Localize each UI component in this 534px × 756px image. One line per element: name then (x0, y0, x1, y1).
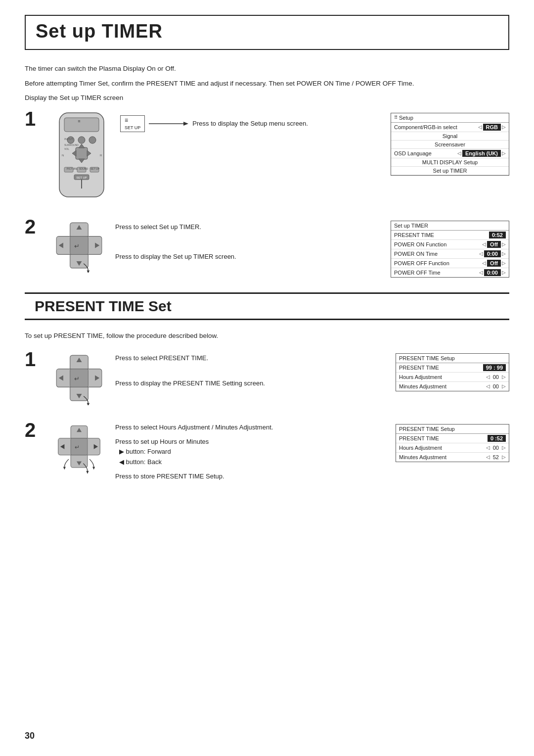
svg-marker-34 (87, 270, 90, 273)
posd2-minutes: Minutes Adjustment ◁ 52 ▷ (396, 453, 509, 462)
setup-icon-box: ≡ SET UP (120, 115, 145, 132)
present-step2-body: ↵ Press to select Hours Adjustment / Min… (52, 422, 509, 482)
page-number: 30 (25, 731, 35, 741)
present-step2-text4: ◀ button: Back (119, 457, 387, 468)
step-number-1: 1 (25, 108, 52, 130)
svg-marker-25 (183, 122, 188, 126)
present-step2-text5: Press to store PRESENT TIME Setup. (115, 472, 387, 482)
display-line: Display the Set up TIMER screen (25, 94, 509, 101)
timer-osd-box: Set up TIMER PRESENT TIME 0:52 POWER ON … (391, 221, 509, 278)
osd-row-multidisplay: MULTI DISPLAY Setup (391, 158, 509, 167)
dpad-svg-pt1: ↵ (52, 351, 106, 405)
svg-text:↵: ↵ (74, 242, 80, 249)
page-title-box: Set up TIMER (25, 15, 509, 50)
present-step1-text1: Press to select PRESENT TIME. (115, 353, 387, 364)
present-step-2: 2 ↵ Pres (25, 422, 509, 482)
remote-svg: SET UP ≡ INPUT SURROUND VOL N R PICTURE … (52, 110, 111, 202)
present-step1-text2: Press to display the PRESENT TIME Settin… (115, 378, 387, 389)
timer-osd-title: Set up TIMER (391, 221, 509, 231)
page-title: Set up TIMER (36, 21, 498, 42)
timer-step2-body: ↵ Press to select Set up TIMER. Press to… (52, 218, 509, 278)
setup-osd-title: ⠿ Setup (391, 113, 509, 123)
osd-row-screensaver: Screensaver (391, 141, 509, 149)
osd-row-component: Component/RGB-in select ◁ RGB ▷ (391, 123, 509, 132)
dpad-diagram-pt2: ↵ (52, 422, 106, 477)
svg-text:SET UP: SET UP (76, 176, 87, 179)
dpad-svg-2: ↵ (52, 218, 106, 273)
remote-control-diagram: SET UP ≡ INPUT SURROUND VOL N R PICTURE … (52, 110, 111, 203)
osd-timer-presenttime: PRESENT TIME 0:52 (391, 231, 509, 240)
timer-step-2: 2 ↵ Pres (25, 218, 509, 278)
svg-text:SOUND: SOUND (79, 167, 88, 170)
posd1-hours: Hours Adjustment ◁ 00 ▷ (396, 373, 509, 382)
svg-text:N: N (62, 154, 64, 157)
present-step-1: 1 ↵ Press to select PRESENT TIME. Press … (25, 351, 509, 407)
present-step2-mid: Press to select Hours Adjustment / Minut… (115, 422, 387, 482)
present-osd-2-box: PRESENT TIME Setup PRESENT TIME 0 :52 Ho… (396, 424, 509, 462)
intro-line2: Before attempting Timer Set, confirm the… (25, 79, 509, 89)
osd-row-setuptimer: Set up TIMER (391, 167, 509, 175)
set-up-icon: ≡ (125, 117, 128, 124)
arrow-line-svg (149, 119, 188, 129)
step-number-2: 2 (25, 216, 52, 238)
timer-step2-mid: Press to select Set up TIMER. Press to d… (115, 218, 382, 263)
present-time-intro: To set up PRESENT TIME, follow the proce… (25, 331, 509, 341)
svg-rect-1 (64, 118, 99, 132)
osd-timer-poweroff-func: POWER OFF Function ◁ Off ▷ (391, 259, 509, 268)
svg-point-4 (89, 137, 96, 143)
timer-step1-mid: ≡ SET UP Press to display the Setup menu… (120, 110, 382, 132)
present-step2-text2: Press to set up Hours or Minutes (115, 437, 387, 447)
svg-marker-52 (63, 467, 66, 470)
posd2-hours: Hours Adjustment ◁ 00 ▷ (396, 443, 509, 453)
osd-timer-poweron-time: POWER ON Time ◁ 0:00 ▷ (391, 249, 509, 259)
dpad-svg-pt2: ↵ (52, 422, 106, 476)
osd-row-signal: Signal (391, 132, 509, 141)
svg-text:PICTURE: PICTURE (67, 167, 78, 170)
present-time-section-heading: PRESENT TIME Set (25, 292, 509, 320)
present-step-num-1: 1 (25, 348, 52, 371)
dpad-diagram-pt1: ↵ (52, 351, 106, 407)
present-osd1-title: PRESENT TIME Setup (396, 354, 509, 363)
svg-text:SURROUND: SURROUND (64, 143, 79, 146)
setup-osd-box: ⠿ Setup Component/RGB-in select ◁ RGB ▷ … (391, 113, 509, 176)
svg-text:R: R (100, 154, 102, 157)
svg-marker-53 (92, 467, 95, 470)
svg-text:INPUT: INPUT (64, 138, 73, 141)
svg-marker-43 (87, 403, 90, 405)
posd1-presenttime: PRESENT TIME 99 : 99 (396, 363, 509, 373)
step2-press-select: Press to select Set up TIMER. (115, 222, 382, 233)
present-time-title: PRESENT TIME Set (35, 298, 499, 315)
set-up-label: SET UP (125, 125, 140, 130)
step2-press-display: Press to display the Set up TIMER screen… (115, 252, 382, 262)
present-step2-text3: ▶ button: Forward (119, 447, 387, 457)
timer-step-1: 1 (25, 110, 509, 203)
svg-text:≡: ≡ (78, 119, 80, 124)
svg-marker-54 (86, 471, 89, 474)
svg-text:↵: ↵ (74, 375, 80, 382)
present-osd-1-box: PRESENT TIME Setup PRESENT TIME 99 : 99 … (396, 353, 509, 391)
posd1-minutes: Minutes Adjustment ◁ 00 ▷ (396, 382, 509, 391)
present-step1-body: ↵ Press to select PRESENT TIME. Press to… (52, 351, 509, 407)
osd-timer-poweron-func: POWER ON Function ◁ Off ▷ (391, 240, 509, 249)
present-step-num-2: 2 (25, 419, 52, 441)
osd-row-osdlang: OSD Language ◁ English (UK) ▷ (391, 149, 509, 158)
present-step2-text1: Press to select Hours Adjustment / Minut… (115, 423, 387, 433)
svg-point-3 (78, 137, 85, 143)
dpad-diagram-2: ↵ (52, 218, 106, 274)
svg-text:SET UP: SET UP (90, 167, 100, 170)
intro-line1: The timer can switch the Plasma Display … (25, 64, 509, 74)
step1-text: Press to display the Setup menu screen. (192, 119, 308, 129)
svg-rect-5 (76, 147, 88, 159)
osd-timer-poweroff-time: POWER OFF Time ◁ 0:00 ▷ (391, 268, 509, 277)
svg-text:↵: ↵ (75, 444, 80, 451)
svg-text:VOL: VOL (64, 147, 69, 150)
timer-step1-body: SET UP ≡ INPUT SURROUND VOL N R PICTURE … (52, 110, 509, 203)
posd2-presenttime: PRESENT TIME 0 :52 (396, 434, 509, 443)
present-step1-mid: Press to select PRESENT TIME. Press to d… (115, 351, 387, 389)
present-osd2-title: PRESENT TIME Setup (396, 425, 509, 434)
